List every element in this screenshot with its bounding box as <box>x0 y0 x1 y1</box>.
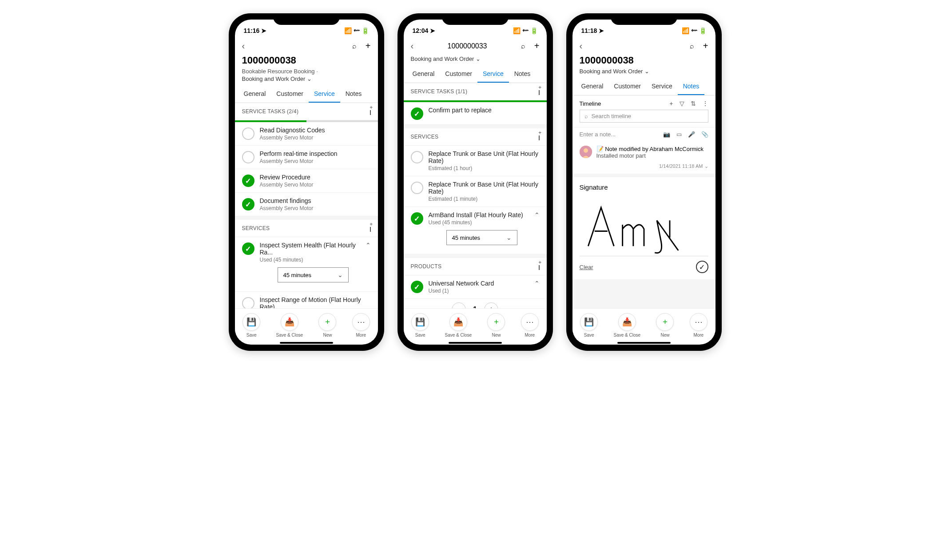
product-row[interactable]: Universal Network Card Used (1) ⌃ <box>404 275 547 299</box>
clear-signature[interactable]: Clear <box>580 264 593 270</box>
search-icon[interactable]: ⌕ <box>690 42 694 50</box>
collapse-icon[interactable]: ⌃ <box>366 242 371 249</box>
section-title: SERVICES <box>411 134 439 140</box>
add-record-icon[interactable] <box>370 225 371 231</box>
back-icon[interactable]: ‹ <box>580 41 583 51</box>
signature-canvas[interactable] <box>580 194 708 256</box>
tab-service[interactable]: Service <box>477 66 509 83</box>
tab-customer[interactable]: Customer <box>608 78 646 95</box>
mic-icon[interactable]: 🎤 <box>688 131 695 138</box>
service-row[interactable]: Inspect Range of Motion (Flat Hourly Rat… <box>235 292 378 308</box>
search-timeline[interactable]: ⌕ Search timeline <box>580 110 708 123</box>
collapse-icon[interactable]: ⌃ <box>534 211 540 218</box>
task-row[interactable]: Read Diagnostic Codes Assembly Servo Mot… <box>235 122 378 146</box>
attach-icon[interactable]: 📎 <box>701 131 708 138</box>
tab-general[interactable]: General <box>238 86 271 103</box>
add-record-icon[interactable] <box>539 263 540 270</box>
task-title: Replace Trunk or Base Unit (Flat Hourly … <box>429 150 540 164</box>
save-button[interactable]: 💾Save <box>580 313 598 338</box>
service-row[interactable]: Inspect System Health (Flat Hourly Ra...… <box>235 237 378 292</box>
task-checkbox[interactable] <box>242 242 254 255</box>
task-title: Universal Network Card <box>429 280 529 287</box>
view-selector[interactable]: Booking and Work Order ⌄ <box>580 68 708 75</box>
wifi-icon: ⬳ <box>354 27 360 34</box>
tab-notes[interactable]: Notes <box>509 66 536 83</box>
tab-customer[interactable]: Customer <box>271 86 309 103</box>
camera-icon[interactable]: 📷 <box>663 131 670 138</box>
task-checkbox[interactable] <box>242 297 254 308</box>
save-button[interactable]: 💾Save <box>242 313 260 338</box>
task-row[interactable]: Confirm part to replace <box>404 102 547 125</box>
more-button[interactable]: ⋯More <box>690 313 708 338</box>
view-selector[interactable]: Booking and Work Order ⌄ <box>242 75 371 82</box>
task-title: Review Procedure <box>260 174 371 181</box>
notch <box>611 13 677 25</box>
add-record-icon[interactable] <box>539 88 540 95</box>
add-icon[interactable]: + <box>703 41 708 51</box>
back-icon[interactable]: ‹ <box>242 41 245 51</box>
more-icon[interactable]: ⋮ <box>702 100 708 107</box>
back-icon[interactable]: ‹ <box>411 41 414 51</box>
task-checkbox[interactable] <box>411 212 423 225</box>
search-icon[interactable]: ⌕ <box>521 42 525 50</box>
service-row[interactable]: Replace Trunk or Base Unit (Flat Hourly … <box>404 176 547 207</box>
save-close-button[interactable]: 📥Save & Close <box>614 313 641 338</box>
video-icon[interactable]: ▭ <box>676 131 682 138</box>
chevron-down-icon[interactable]: ⌄ <box>704 163 708 169</box>
section-header: SERVICE TASKS (2/4) <box>235 103 378 120</box>
home-indicator[interactable] <box>449 342 502 344</box>
battery-icon: 🔋 <box>362 27 369 34</box>
tab-notes[interactable]: Notes <box>340 86 367 103</box>
add-icon[interactable]: + <box>366 41 371 51</box>
duration-dropdown[interactable]: 45 minutes ⌄ <box>446 230 517 245</box>
task-row[interactable]: Review Procedure Assembly Servo Motor <box>235 169 378 193</box>
search-icon[interactable]: ⌕ <box>352 42 357 50</box>
service-tasks-section: SERVICE TASKS (1/1) Confirm part to repl… <box>404 83 547 125</box>
tab-service[interactable]: Service <box>646 78 678 95</box>
tab-general[interactable]: General <box>407 66 440 83</box>
note-entry[interactable]: Enter a note... 📷 ▭ 🎤 📎 <box>572 127 715 141</box>
more-button[interactable]: ⋯More <box>521 313 539 338</box>
new-button[interactable]: +New <box>656 313 674 338</box>
task-checkbox[interactable] <box>242 151 254 163</box>
task-checkbox[interactable] <box>411 182 423 194</box>
task-checkbox[interactable] <box>242 127 254 140</box>
home-indicator[interactable] <box>280 342 333 344</box>
task-row[interactable]: Perform real-time inspection Assembly Se… <box>235 146 378 169</box>
new-button[interactable]: +New <box>487 313 505 338</box>
new-button[interactable]: +New <box>318 313 336 338</box>
save-close-button[interactable]: 📥Save & Close <box>445 313 472 338</box>
tab-notes[interactable]: Notes <box>678 78 705 95</box>
timeline-label: Timeline <box>580 100 601 107</box>
home-indicator[interactable] <box>617 342 671 344</box>
more-button[interactable]: ⋯More <box>352 313 370 338</box>
view-selector[interactable]: Booking and Work Order ⌄ <box>411 56 540 62</box>
tab-customer[interactable]: Customer <box>440 66 477 83</box>
tab-service[interactable]: Service <box>309 86 340 103</box>
add-record-icon[interactable] <box>370 108 371 115</box>
task-checkbox[interactable] <box>242 198 254 210</box>
collapse-icon[interactable]: ⌃ <box>534 280 540 287</box>
confirm-signature[interactable]: ✓ <box>696 261 708 273</box>
add-icon[interactable]: + <box>534 41 540 51</box>
sort-icon[interactable]: ⇅ <box>691 100 696 107</box>
task-checkbox[interactable] <box>411 281 423 293</box>
save-close-button[interactable]: 📥Save & Close <box>276 313 303 338</box>
qty-plus-button[interactable]: + <box>484 302 498 308</box>
add-record-icon[interactable] <box>539 134 540 140</box>
task-checkbox[interactable] <box>242 175 254 187</box>
task-row[interactable]: Document findings Assembly Servo Motor <box>235 193 378 216</box>
tab-general[interactable]: General <box>576 78 609 95</box>
save-button[interactable]: 💾Save <box>411 313 429 338</box>
add-icon[interactable]: + <box>669 100 673 107</box>
signature-section: Signature Clear ✓ <box>572 177 715 279</box>
qty-minus-button[interactable]: − <box>452 302 466 308</box>
service-row[interactable]: Replace Trunk or Base Unit (Flat Hourly … <box>404 146 547 176</box>
task-sub: Assembly Servo Motor <box>260 205 371 211</box>
note-item[interactable]: 📝 Note modified by Abraham McCormick Ins… <box>572 141 715 163</box>
filter-icon[interactable]: ▽ <box>680 100 684 107</box>
service-row[interactable]: ArmBand Install (Flat Hourly Rate) Used … <box>404 207 547 254</box>
duration-dropdown[interactable]: 45 minutes ⌄ <box>278 267 349 282</box>
task-checkbox[interactable] <box>411 107 423 120</box>
task-checkbox[interactable] <box>411 151 423 163</box>
